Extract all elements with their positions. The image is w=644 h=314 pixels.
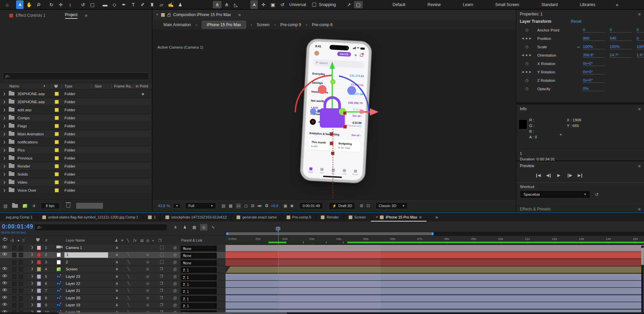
keyframe-nav[interactable]: ◀◆▶ bbox=[516, 37, 537, 40]
layer-row[interactable]: ❯8PsLayer 20♟╲◎❒@2. 1▼ bbox=[0, 295, 226, 302]
puppet-pin-tool-icon[interactable]: ♟ bbox=[176, 1, 185, 8]
pickwhip-icon[interactable]: @ bbox=[173, 289, 177, 293]
stopwatch-icon[interactable]: ◷ bbox=[516, 61, 537, 66]
property-value[interactable]: 540 bbox=[610, 36, 631, 41]
pickwhip-icon[interactable]: @ bbox=[173, 253, 177, 257]
pickwhip-icon[interactable]: @ bbox=[173, 296, 177, 300]
expand-icon[interactable]: ❯ bbox=[0, 100, 9, 104]
property-value[interactable]: 0x+0° bbox=[583, 78, 604, 83]
mini-flowchart-icon[interactable]: ⋔ bbox=[172, 224, 179, 231]
expand-icon[interactable]: ❯ bbox=[31, 303, 34, 306]
layer-label-color[interactable] bbox=[37, 246, 41, 250]
motion-blur-icon[interactable]: ◎ bbox=[146, 253, 149, 256]
region-of-interest-icon[interactable]: ▢ bbox=[354, 1, 363, 8]
pickwhip-icon[interactable]: @ bbox=[173, 303, 177, 307]
timeline-tab[interactable]: .svg.png Comp 1 bbox=[0, 213, 38, 222]
timeline-tab[interactable]: Screen bbox=[344, 213, 371, 222]
motion-blur-icon[interactable]: ◎ bbox=[146, 274, 149, 278]
layers-icon[interactable]: ≋ bbox=[354, 54, 357, 57]
close-icon[interactable]: × bbox=[156, 12, 158, 17]
info-menu-icon[interactable]: ≡ bbox=[638, 107, 641, 112]
expand-icon[interactable]: ❯ bbox=[0, 189, 9, 192]
property-value[interactable]: 100% bbox=[637, 45, 644, 49]
3d-layer-icon[interactable]: ❒ bbox=[160, 303, 163, 307]
snapshot-camera-icon[interactable]: ▣ bbox=[284, 203, 287, 208]
exposure-icon[interactable]: ❂ bbox=[265, 203, 268, 208]
quality-icon[interactable]: ╲ bbox=[128, 303, 130, 307]
layer-label-color[interactable] bbox=[37, 253, 41, 257]
property-value[interactable]: 0x+0° bbox=[583, 70, 604, 74]
layer-row[interactable]: ❯9PsLayer 19♟╲◎❒@2. 1▼ bbox=[0, 302, 226, 309]
layer-name-column[interactable]: Layer Name bbox=[66, 238, 85, 242]
audio-cell[interactable] bbox=[12, 289, 16, 293]
breadcrumb-pre-comp-9[interactable]: Pre-comp 9 bbox=[280, 22, 301, 27]
color-depth-button[interactable]: 8 bpc bbox=[41, 202, 60, 209]
next-keyframe-icon[interactable]: ▶ bbox=[529, 54, 532, 57]
channel-icon[interactable] bbox=[258, 205, 262, 207]
audio-cell[interactable] bbox=[12, 296, 16, 301]
column-type[interactable]: Type bbox=[64, 84, 72, 88]
keyframe-nav[interactable]: ◀◆▶ bbox=[516, 70, 537, 73]
audio-cell[interactable] bbox=[12, 253, 16, 257]
label-color-swatch[interactable] bbox=[55, 164, 59, 168]
project-panel-menu-icon[interactable]: ≡ bbox=[85, 13, 88, 18]
workspace-libraries[interactable]: Libraries bbox=[569, 2, 606, 7]
transactions-see-all-link[interactable]: See all › bbox=[352, 114, 362, 118]
quality-icon[interactable]: ╲ bbox=[128, 267, 130, 271]
motion-blur-icon[interactable]: ◎ bbox=[200, 224, 207, 231]
expand-icon[interactable]: ❯ bbox=[0, 165, 9, 168]
3d-layer-icon[interactable]: ❒ bbox=[160, 289, 163, 292]
quality-icon[interactable]: ╲ bbox=[128, 289, 130, 292]
last-frame-button[interactable]: ▶❙ bbox=[578, 173, 583, 178]
label-color-swatch[interactable] bbox=[55, 140, 59, 144]
timeline-tab[interactable]: generate exact same bbox=[232, 213, 282, 222]
quality-icon[interactable]: ╲ bbox=[128, 281, 130, 285]
property-value[interactable]: 24.7° bbox=[610, 53, 631, 58]
lock-cell[interactable] bbox=[19, 281, 23, 286]
lock-icon[interactable] bbox=[167, 14, 170, 17]
motion-blur-icon[interactable]: ◎ bbox=[146, 289, 149, 292]
label-color-swatch[interactable] bbox=[55, 92, 59, 96]
label-color-swatch[interactable] bbox=[55, 116, 59, 120]
project-row[interactable]: ❯VideoFolder bbox=[0, 178, 152, 186]
media-encoder-icon[interactable]: ✈ bbox=[32, 203, 36, 208]
brush-tool-icon[interactable]: ✐ bbox=[138, 1, 147, 8]
3d-layer-icon[interactable]: ❒ bbox=[160, 281, 163, 285]
parent-link-column[interactable]: Parent & Link bbox=[181, 238, 202, 242]
3d-cell[interactable] bbox=[160, 260, 164, 264]
draft-3d-button[interactable]: ⚡Draft 3D bbox=[329, 202, 355, 209]
label-color-swatch[interactable] bbox=[55, 124, 59, 128]
timeline-tab[interactable]: Render bbox=[316, 213, 344, 222]
parent-dropdown[interactable]: 2. 1▼ bbox=[181, 267, 217, 273]
property-value[interactable]: 0 bbox=[610, 28, 631, 33]
eye-icon[interactable] bbox=[2, 274, 7, 277]
layer-name[interactable]: Layer 21 bbox=[66, 289, 80, 293]
shy-icon[interactable]: ♟ bbox=[115, 303, 118, 307]
layer-name[interactable]: Layer 23 bbox=[66, 274, 80, 278]
pickwhip-icon[interactable]: @ bbox=[173, 267, 177, 271]
sort-ascending-icon[interactable]: ▲ bbox=[43, 84, 46, 87]
parent-dropdown[interactable]: 2. 1▼ bbox=[181, 289, 217, 294]
layer-row[interactable]: ❯21♟╲◎@None▼ bbox=[0, 252, 226, 259]
phone-search-input[interactable]: ⚲ Search bbox=[313, 59, 365, 68]
timeline-hscroll-top[interactable] bbox=[226, 232, 644, 236]
layer-row[interactable]: ❯1Camera 1♟@None▼ bbox=[0, 245, 226, 252]
audio-cell[interactable] bbox=[12, 281, 16, 286]
parent-dropdown[interactable]: 2. 1▼ bbox=[181, 274, 217, 280]
shortcut-dropdown[interactable]: Spacebar ▼ bbox=[520, 190, 590, 198]
first-frame-button[interactable]: ❙◀ bbox=[535, 173, 540, 178]
property-value[interactable]: 0 bbox=[583, 28, 604, 33]
eye-icon[interactable] bbox=[2, 296, 7, 299]
motion-blur-icon[interactable]: ◎ bbox=[146, 267, 149, 271]
snapping-checkbox[interactable] bbox=[312, 3, 316, 7]
phone-tab-feed[interactable]: Feed bbox=[305, 167, 316, 173]
exposure-value[interactable]: +0.0 bbox=[271, 204, 278, 208]
expand-icon[interactable]: ❯ bbox=[0, 132, 9, 136]
project-row[interactable]: ❯CompsFolder bbox=[0, 114, 152, 122]
layer-name[interactable]: 1 bbox=[64, 252, 108, 258]
timeline-tab[interactable]: united-states-flag-flat-symbol_121111-12… bbox=[38, 213, 143, 222]
project-row[interactable]: ❯FlagsFolder bbox=[0, 122, 152, 130]
layer-name[interactable]: Layer 19 bbox=[66, 303, 80, 307]
property-value[interactable]: 960 bbox=[583, 36, 604, 41]
pickwhip-icon[interactable]: @ bbox=[173, 281, 177, 286]
